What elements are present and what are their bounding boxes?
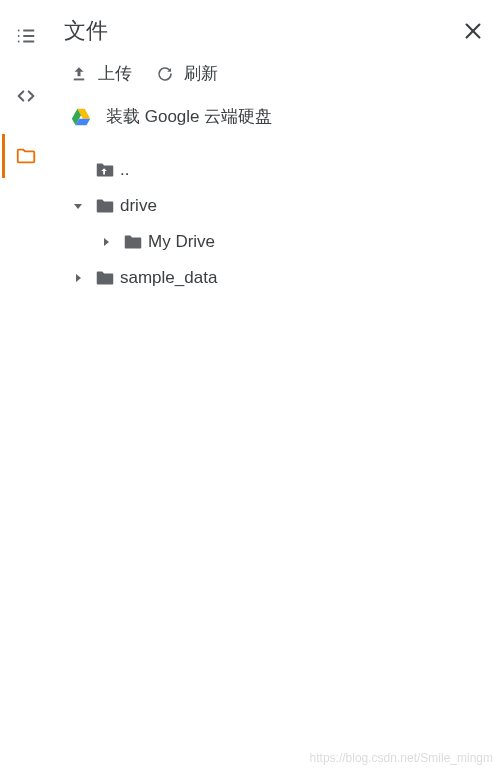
file-tree: .. drive <box>60 152 495 296</box>
folder-icon <box>15 145 37 167</box>
folder-icon <box>90 195 120 217</box>
svg-rect-8 <box>74 78 85 80</box>
folder-label: My Drive <box>148 232 215 252</box>
list-icon <box>15 25 37 47</box>
sidebar-item-code[interactable] <box>2 78 50 114</box>
tree-row-drive[interactable]: drive <box>66 188 495 224</box>
sidebar-item-toc[interactable] <box>2 18 50 54</box>
chevron-down-icon <box>72 200 84 212</box>
tree-row-my-drive[interactable]: My Drive <box>66 224 495 260</box>
sidebar <box>0 0 52 773</box>
svg-point-0 <box>18 30 20 32</box>
parent-folder-label: .. <box>120 160 129 180</box>
folder-label: sample_data <box>120 268 217 288</box>
parent-folder-row[interactable]: .. <box>66 152 495 188</box>
mount-drive-button[interactable]: 装载 Google 云端硬盘 <box>60 105 495 128</box>
folder-label: drive <box>120 196 157 216</box>
watermark: https://blog.csdn.net/Smile_mingm <box>310 751 493 765</box>
collapse-toggle[interactable] <box>66 200 90 212</box>
upload-label: 上传 <box>98 62 132 85</box>
tree-row-sample-data[interactable]: sample_data <box>66 260 495 296</box>
panel-header: 文件 <box>60 16 495 46</box>
expand-toggle[interactable] <box>94 236 118 248</box>
main-panel: 文件 上传 <box>52 0 501 773</box>
refresh-label: 刷新 <box>184 62 218 85</box>
chevron-right-icon <box>100 236 112 248</box>
svg-point-1 <box>18 35 20 37</box>
svg-point-2 <box>18 41 20 43</box>
upload-icon <box>70 65 88 83</box>
folder-icon <box>90 267 120 289</box>
panel-title: 文件 <box>60 16 108 46</box>
expand-toggle[interactable] <box>66 272 90 284</box>
chevron-right-icon <box>72 272 84 284</box>
toolbar: 上传 刷新 <box>60 62 495 85</box>
refresh-button[interactable]: 刷新 <box>156 62 218 85</box>
upload-button[interactable]: 上传 <box>70 62 132 85</box>
folder-up-icon <box>90 159 120 181</box>
code-icon <box>15 85 37 107</box>
folder-icon <box>118 231 148 253</box>
close-button[interactable] <box>459 17 487 45</box>
close-icon <box>462 20 484 42</box>
sidebar-item-files[interactable] <box>2 138 50 174</box>
mount-drive-label: 装载 Google 云端硬盘 <box>106 105 272 128</box>
google-drive-icon <box>70 106 92 128</box>
refresh-icon <box>156 65 174 83</box>
